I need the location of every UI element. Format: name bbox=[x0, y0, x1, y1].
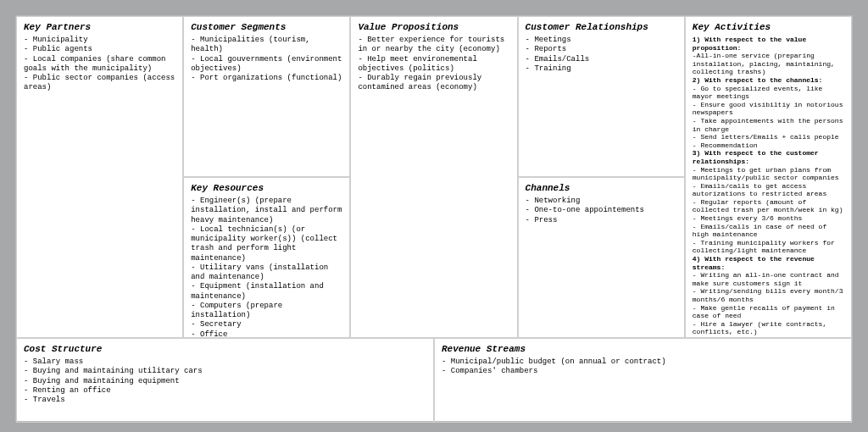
body-revenue-streams: - Municipal/public budget (on annual or … bbox=[442, 357, 844, 377]
body-key-partners: - Municipality - Public agents - Local c… bbox=[24, 36, 175, 93]
block-customer-relationships: Customer Relationships - Meetings - Repo… bbox=[518, 16, 685, 177]
business-model-canvas: Key Partners - Municipality - Public age… bbox=[15, 15, 853, 422]
title-cost-structure: Cost Structure bbox=[24, 344, 426, 354]
title-key-activities: Key Activities bbox=[693, 22, 844, 32]
block-value-propositions: Value Propositions - Better experience f… bbox=[350, 16, 517, 338]
title-customer-segments: Customer Segments bbox=[191, 22, 342, 32]
body-customer-segments: - Municipalities (tourism, health) - Loc… bbox=[191, 36, 342, 83]
title-key-resources: Key Resources bbox=[191, 183, 342, 193]
block-revenue-streams: Revenue Streams - Municipal/public budge… bbox=[434, 338, 852, 423]
title-value-propositions: Value Propositions bbox=[358, 22, 509, 32]
block-customer-segments: Customer Segments - Municipalities (tour… bbox=[183, 16, 350, 177]
column-relationships-channels: Customer Relationships - Meetings - Repo… bbox=[518, 16, 685, 338]
block-key-activities: Key Activities 1) With respect to the va… bbox=[685, 16, 852, 338]
column-segments-resources: Customer Segments - Municipalities (tour… bbox=[183, 16, 350, 338]
block-key-resources: Key Resources - Engineer(s) (prepare ins… bbox=[183, 177, 350, 338]
title-channels: Channels bbox=[526, 183, 677, 193]
title-revenue-streams: Revenue Streams bbox=[442, 344, 844, 354]
body-cost-structure: - Salary mass - Buying and maintaining u… bbox=[24, 357, 426, 405]
block-cost-structure: Cost Structure - Salary mass - Buying an… bbox=[16, 338, 434, 423]
body-channels: - Networking - One-to-one appointements … bbox=[526, 197, 677, 225]
body-value-propositions: - Better experience for tourists in or n… bbox=[358, 36, 509, 93]
body-key-resources: - Engineer(s) (prepare installation, ins… bbox=[191, 197, 342, 338]
block-channels: Channels - Networking - One-to-one appoi… bbox=[518, 177, 685, 338]
title-key-partners: Key Partners bbox=[24, 22, 175, 32]
title-customer-relationships: Customer Relationships bbox=[526, 22, 677, 32]
block-key-partners: Key Partners - Municipality - Public age… bbox=[16, 16, 183, 338]
body-key-activities: 1) With respect to the value proposition… bbox=[693, 36, 844, 338]
body-customer-relationships: - Meetings - Reports - Emails/Calls - Tr… bbox=[526, 36, 677, 74]
